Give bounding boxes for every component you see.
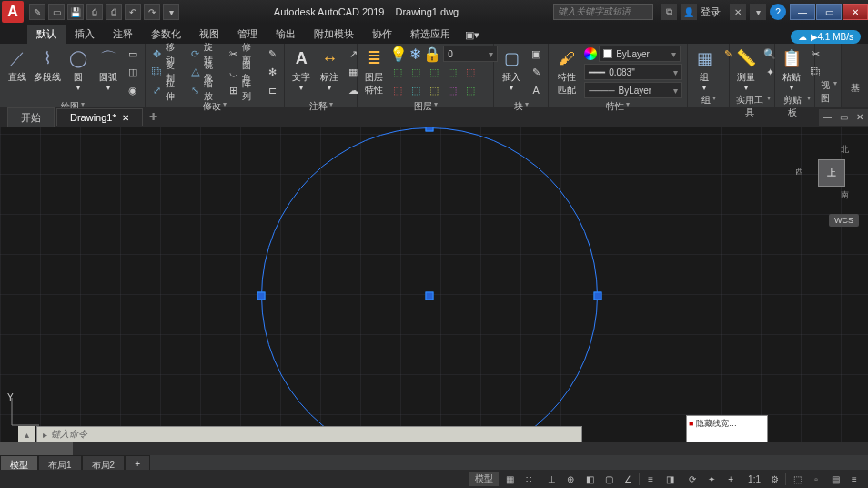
measure-button[interactable]: 📏测量▾ xyxy=(733,46,759,92)
infocenter-icon[interactable]: ⧉ xyxy=(661,4,677,20)
cmd-history-icon[interactable]: ▴ xyxy=(18,426,35,442)
dimension-button[interactable]: ↔标注▾ xyxy=(317,46,342,92)
status-scale[interactable]: 1:1 xyxy=(745,472,763,486)
erase-icon[interactable]: ✎ xyxy=(264,46,280,62)
tab-annotate[interactable]: 注释 xyxy=(104,25,142,44)
saveas-icon[interactable]: ⎙ xyxy=(86,4,103,20)
close-button[interactable]: ✕ xyxy=(843,4,868,20)
arc-button[interactable]: ⌒圆弧▾ xyxy=(95,46,122,92)
view-cube[interactable]: 北 西 南 上 xyxy=(804,146,859,200)
drawing-canvas[interactable]: 北 西 南 上 WCS Y ▴ 键入命令 ■ 隐藏线宽… xyxy=(0,127,868,455)
status-custom-icon[interactable]: ≡ xyxy=(846,472,863,486)
status-cycle-icon[interactable]: ⟳ xyxy=(684,472,701,486)
status-qprops-icon[interactable]: ▤ xyxy=(827,472,843,486)
cube-south[interactable]: 南 xyxy=(841,189,849,201)
layer-off-icon[interactable]: ⬚ xyxy=(462,64,479,80)
color-combo[interactable]: ByLayer xyxy=(599,46,681,62)
status-snap-icon[interactable]: ∷ xyxy=(520,472,537,486)
status-lwt-icon[interactable]: ≡ xyxy=(642,472,659,486)
array-button[interactable]: ⊞阵列 xyxy=(226,82,261,98)
tab-addins[interactable]: 附加模块 xyxy=(305,25,363,44)
color-swatch-icon[interactable] xyxy=(584,47,597,60)
cloud-speed-badge[interactable]: ☁▶4.1 MB/s xyxy=(791,30,861,44)
layer-walk-icon[interactable]: ⬚ xyxy=(426,82,442,98)
text-button[interactable]: A文字▾ xyxy=(288,46,314,92)
panel-view-title[interactable]: 视图 xyxy=(819,77,837,105)
login-label[interactable]: 登录 xyxy=(701,5,721,19)
cube-west[interactable]: 西 xyxy=(795,166,803,178)
scale-button[interactable]: ⤡缩放 xyxy=(187,82,223,98)
layer-make-icon[interactable]: ⬚ xyxy=(389,64,406,80)
match-props-button[interactable]: 🖌特性 匹配 xyxy=(552,46,581,97)
layer-more-icon[interactable]: ⬚ xyxy=(462,82,479,98)
lineweight-combo[interactable]: ━━━ 0.083" xyxy=(584,64,682,80)
panel-props-title[interactable]: 特性 xyxy=(552,98,683,113)
rect-icon[interactable]: ▭ xyxy=(125,46,141,62)
insert-block-button[interactable]: ▢插入▾ xyxy=(498,46,525,92)
help-search-input[interactable]: 键入关键字或短语 xyxy=(553,4,653,20)
status-ortho-icon[interactable]: ⊥ xyxy=(543,472,560,486)
minimize-button[interactable]: — xyxy=(790,4,815,20)
new-icon[interactable]: ✎ xyxy=(29,4,45,20)
layer-iso-icon[interactable]: ⬚ xyxy=(444,64,460,80)
hscroll[interactable] xyxy=(0,442,868,455)
status-3dosnap-icon[interactable]: ✦ xyxy=(703,472,720,486)
panel-basic[interactable]: 基 xyxy=(842,44,868,107)
status-osnap-icon[interactable]: ▢ xyxy=(601,472,617,486)
doc-tab-start[interactable]: 开始 xyxy=(7,107,55,127)
layer-on-icon[interactable]: ⬚ xyxy=(389,82,406,98)
status-polar-icon[interactable]: ⊕ xyxy=(562,472,579,486)
layer-match-icon[interactable]: ⬚ xyxy=(408,64,424,80)
explode-icon[interactable]: ✻ xyxy=(264,64,280,80)
open-icon[interactable]: ▭ xyxy=(48,4,65,20)
layer-prev-icon[interactable]: ⬚ xyxy=(426,64,442,80)
tab-close-icon[interactable]: ✕ xyxy=(122,113,129,123)
block-attr-icon[interactable]: A xyxy=(528,82,544,98)
status-annomon-icon[interactable]: ⬚ xyxy=(789,472,805,486)
app-icon[interactable]: A xyxy=(2,1,24,23)
status-transp-icon[interactable]: ◨ xyxy=(661,472,678,486)
tab-expand-icon[interactable]: ▣▾ xyxy=(459,26,485,44)
undo-icon[interactable]: ↶ xyxy=(125,4,141,20)
layer-thaw-icon[interactable]: ⬚ xyxy=(408,82,424,98)
linetype-combo[interactable]: ──── ByLayer xyxy=(584,82,682,98)
paste-button[interactable]: 📋粘贴▾ xyxy=(779,46,804,92)
ellipse-icon[interactable]: ◉ xyxy=(125,82,141,98)
circle-button[interactable]: ◯圆▾ xyxy=(65,46,92,92)
cube-top-face[interactable]: 上 xyxy=(818,159,845,187)
polyline-button[interactable]: ⌇多段线 xyxy=(34,46,61,84)
save-icon[interactable]: 💾 xyxy=(67,4,84,20)
redo-icon[interactable]: ↷ xyxy=(144,4,160,20)
tab-collab[interactable]: 协作 xyxy=(363,25,401,44)
grip-east[interactable] xyxy=(594,292,602,300)
block-create-icon[interactable]: ▣ xyxy=(528,46,544,62)
status-gear-icon[interactable]: ⚙ xyxy=(766,472,782,486)
offset-icon[interactable]: ⊏ xyxy=(264,82,280,98)
plot-icon[interactable]: ⎙ xyxy=(106,4,122,20)
layer-state-icon[interactable]: ⬚ xyxy=(444,82,460,98)
tab-add-button[interactable]: ✚ xyxy=(145,111,163,123)
cube-north[interactable]: 北 xyxy=(841,144,849,156)
layer-combo[interactable]: 0 xyxy=(443,46,498,62)
tab-insert[interactable]: 插入 xyxy=(66,25,104,44)
panel-annotate-title[interactable]: 注释 xyxy=(288,98,353,113)
panel-util-title[interactable]: 实用工具 xyxy=(733,92,771,119)
layer-bulb-icon[interactable]: 💡 xyxy=(389,46,408,63)
grip-west[interactable] xyxy=(257,292,266,300)
hscroll-thumb[interactable] xyxy=(0,442,73,455)
status-dyn-icon[interactable]: + xyxy=(722,472,739,486)
command-input[interactable]: 键入命令 xyxy=(36,426,582,442)
status-grid-icon[interactable]: ▦ xyxy=(501,472,518,486)
status-units-icon[interactable]: ▫ xyxy=(808,472,824,486)
status-model[interactable]: 模型 xyxy=(469,472,499,486)
panel-layer-title[interactable]: 图层 xyxy=(361,98,490,113)
status-otrack-icon[interactable]: ∠ xyxy=(620,472,636,486)
exchange-icon[interactable]: ✕ xyxy=(730,4,746,20)
layer-lock-icon[interactable]: 🔒 xyxy=(423,46,441,63)
qat-more-icon[interactable]: ▾ xyxy=(163,4,179,20)
group-button[interactable]: ▦组▾ xyxy=(691,46,717,92)
panel-clip-title[interactable]: 剪贴板 xyxy=(779,92,811,119)
stayconnected-icon[interactable]: ▾ xyxy=(750,4,766,20)
doc-tab-drawing1[interactable]: Drawing1*✕ xyxy=(56,108,143,126)
tab-output[interactable]: 输出 xyxy=(267,25,305,44)
